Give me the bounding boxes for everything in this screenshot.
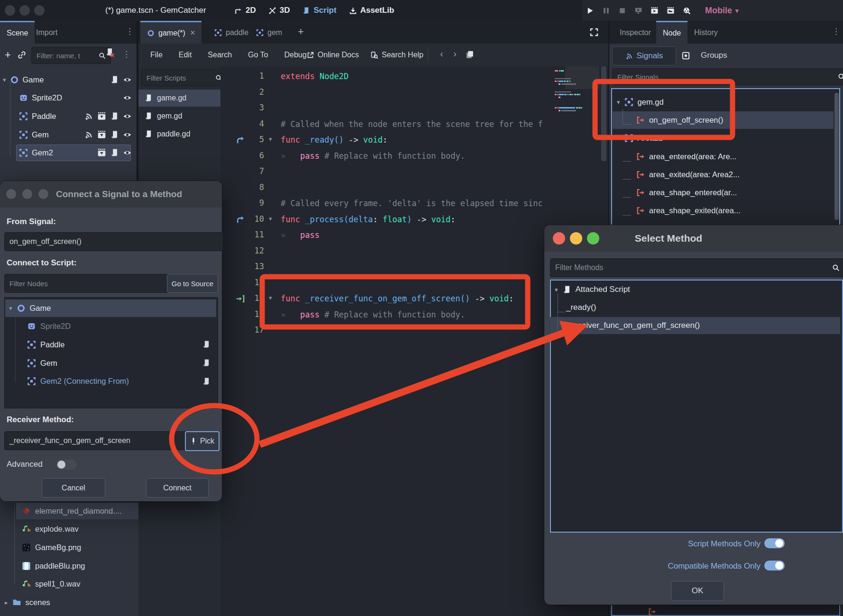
script-item-paddle-gd[interactable]: paddle.gd xyxy=(138,125,220,143)
history-back-icon[interactable]: ‹ xyxy=(440,48,443,59)
scene-node-paddle[interactable]: Paddle xyxy=(0,107,137,126)
menu-go-to[interactable]: Go To xyxy=(240,44,276,66)
eye-badge-icon[interactable] xyxy=(123,130,132,139)
window-button[interactable] xyxy=(5,5,15,16)
window-button[interactable] xyxy=(19,5,30,16)
play-scene-button-icon[interactable] xyxy=(634,7,642,15)
tab-node[interactable]: Node xyxy=(656,21,687,44)
connect-node-Paddle[interactable]: Paddle xyxy=(4,335,217,354)
eye-badge-icon[interactable] xyxy=(123,148,132,157)
history-forward-icon[interactable]: › xyxy=(453,48,457,59)
scene-filter-input[interactable]: Filter: name, t xyxy=(31,47,111,64)
signal-badge-icon[interactable] xyxy=(84,130,93,139)
code-line-1[interactable]: 1extends Node2D xyxy=(220,69,608,85)
select-method-titlebar[interactable]: Select Method xyxy=(544,225,843,252)
goto-source-button[interactable]: Go to Source xyxy=(167,274,218,293)
workspace-3d[interactable]: 3D xyxy=(268,6,290,15)
method-Attached-Script[interactable]: ▾Attached Script xyxy=(550,281,840,299)
groups-tab-button[interactable]: Groups xyxy=(701,46,727,64)
new-tab-button[interactable]: + xyxy=(298,26,304,38)
workspace-2d[interactable]: 2D xyxy=(234,6,256,15)
pick-button[interactable]: Pick xyxy=(185,431,220,451)
tab-import[interactable]: Import xyxy=(29,22,64,44)
fold-icon[interactable]: ▾ xyxy=(269,294,272,301)
connect-node-Gem[interactable]: Gem xyxy=(4,354,217,372)
code-line-3[interactable]: 3 xyxy=(220,100,608,117)
signal-gem-gd[interactable]: ▾gem.gd xyxy=(611,93,840,111)
play-button-icon[interactable] xyxy=(586,7,594,15)
method-filter-input[interactable]: Filter Methods xyxy=(550,258,843,277)
movie-play-button-icon[interactable] xyxy=(651,7,659,15)
window-button[interactable] xyxy=(34,5,45,16)
file-element-red-diamond-[interactable]: element_red_diamond.... xyxy=(0,502,151,520)
file-scenes[interactable]: ▸scenes xyxy=(0,593,151,612)
menu-file[interactable]: File xyxy=(142,44,171,66)
eye-badge-icon[interactable] xyxy=(123,112,132,121)
scene-node-sprite2d[interactable]: Sprite2D xyxy=(0,89,137,108)
collapse-icon[interactable]: ▾ xyxy=(555,286,558,293)
scene-node-gem2[interactable]: Gem2 xyxy=(0,144,137,162)
instance-scene-icon[interactable] xyxy=(18,51,26,59)
stop-button-icon[interactable] xyxy=(618,7,626,15)
movie-badge-icon[interactable] xyxy=(97,130,106,139)
script-item-game-gd[interactable]: game.gd xyxy=(138,89,220,107)
scene-tab-gem[interactable]: gem xyxy=(249,22,289,44)
close-icon[interactable]: × xyxy=(190,28,195,38)
signal-scrollbar[interactable] xyxy=(834,93,839,220)
signals-tab-button[interactable]: Signals xyxy=(612,46,676,65)
script-item-gem-gd[interactable]: gem.gd xyxy=(138,107,220,125)
file-GameBg-png[interactable]: GameBg.png xyxy=(0,538,151,557)
connect-dialog-titlebar[interactable]: Connect a Signal to a Method xyxy=(0,181,222,208)
code-line-9[interactable]: 9# Called every frame. 'delta' is the el… xyxy=(220,196,608,212)
add-node-button[interactable]: + xyxy=(5,49,11,61)
cancel-button[interactable]: Cancel xyxy=(42,478,105,498)
scene-node-game[interactable]: ▾Game xyxy=(0,71,137,89)
window-button[interactable] xyxy=(22,189,32,199)
movie-folder-button-icon[interactable] xyxy=(667,7,675,15)
connect-node-Game[interactable]: ▾Game xyxy=(4,299,217,317)
eye-badge-icon[interactable] xyxy=(123,93,132,102)
script-badge-icon[interactable] xyxy=(110,112,119,121)
from-signal-field[interactable]: on_gem_off_screen() xyxy=(4,232,223,251)
code-line-7[interactable]: 7 xyxy=(220,164,608,180)
signal-Area2D[interactable]: ▾Area2D xyxy=(611,129,840,147)
toggle-script-methods-only[interactable] xyxy=(764,538,785,548)
code-scrollbar[interactable] xyxy=(601,66,606,161)
file-explode-wav[interactable]: explode.wav xyxy=(0,520,151,539)
detach-script-icon[interactable] xyxy=(105,48,115,57)
collapse-icon[interactable]: ▾ xyxy=(9,305,12,312)
signal-area-shape-entered-ar-[interactable]: area_shape_entered(ar... xyxy=(611,184,840,202)
code-line-2[interactable]: 2 xyxy=(220,85,608,101)
scene-node-gem[interactable]: Gem xyxy=(0,126,137,144)
script-badge-icon[interactable] xyxy=(202,359,211,367)
script-filter-input[interactable]: Filter Scripts xyxy=(141,69,228,86)
groups-icon[interactable] xyxy=(681,51,690,60)
link-online-docs[interactable]: Online Docs xyxy=(306,51,359,59)
signal-area-exited-area-Area2-[interactable]: area_exited(area: Area2... xyxy=(611,165,840,183)
menu-edit[interactable]: Edit xyxy=(171,44,200,66)
file-spell1-0-wav[interactable]: spell1_0.wav xyxy=(0,575,151,593)
code-line-5[interactable]: 5▾func _ready() -> void: xyxy=(220,132,608,148)
menu-search[interactable]: Search xyxy=(200,44,240,66)
script-badge-icon[interactable] xyxy=(110,75,119,84)
file-paddleBlu-png[interactable]: paddleBlu.png xyxy=(0,557,151,575)
collapse-icon[interactable]: ▾ xyxy=(617,99,620,106)
advanced-toggle[interactable] xyxy=(56,460,77,470)
method--receiver-func-on-gem-off-screen-[interactable]: _receiver_func_on_gem_off_screen() xyxy=(550,317,840,335)
signal-area-shape-exited-area-[interactable]: area_shape_exited(area... xyxy=(611,202,840,220)
window-button[interactable] xyxy=(6,189,16,199)
signal-on-gem-off-screen-[interactable]: on_gem_off_screen() xyxy=(611,111,840,129)
signal-filter-input[interactable]: Filter Signals xyxy=(612,68,843,85)
script-badge-icon[interactable] xyxy=(202,377,211,386)
dock-more-icon[interactable]: ⋮ xyxy=(832,27,840,36)
method--ready-[interactable]: _ready() xyxy=(550,299,840,317)
scene-toolbar-more-icon[interactable]: ⋮ xyxy=(122,49,130,59)
code-minimap[interactable] xyxy=(554,68,601,125)
script-badge-icon[interactable] xyxy=(110,148,119,157)
scene-tab-game-[interactable]: game(*)× xyxy=(140,21,202,44)
tab-history[interactable]: History xyxy=(687,22,724,44)
link-search-help[interactable]: Search Help xyxy=(370,51,423,59)
tab-inspector[interactable]: Inspector xyxy=(613,22,658,44)
fold-icon[interactable]: ▾ xyxy=(269,215,272,222)
window-button[interactable] xyxy=(38,189,48,199)
